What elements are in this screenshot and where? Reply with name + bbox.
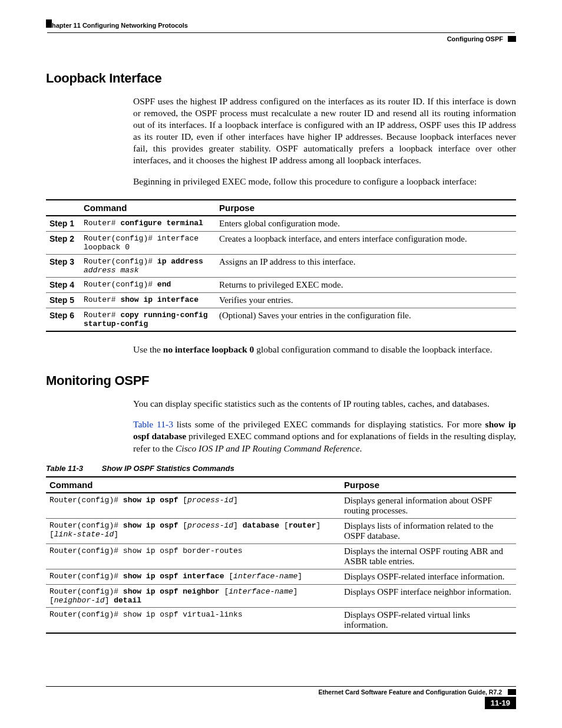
th-purpose: Purpose — [216, 200, 516, 216]
purpose-cell: Enters global configuration mode. — [216, 216, 516, 232]
cmd-cell: Router(config)# show ip ospf interface [… — [46, 569, 340, 584]
cmd-cell: Router(config)# end — [80, 277, 216, 292]
table-row: Step 5 Router# show ip interface Verifie… — [46, 292, 516, 308]
purpose-cell: Returns to privileged EXEC mode. — [216, 277, 516, 292]
decoration-footer-bar — [508, 689, 516, 695]
purpose-cell: Displays the internal OSPF routing ABR a… — [340, 543, 516, 569]
header-right-row: Configuring OSPF — [447, 35, 516, 42]
purpose-cell: (Optional) Saves your entries in the con… — [216, 308, 516, 331]
step-label: Step 1 — [46, 216, 80, 232]
caption-title: Show IP OSPF Statistics Commands — [102, 464, 234, 473]
caption-number: Table 11-3 — [46, 464, 100, 473]
paragraph: You can display specific statistics such… — [133, 398, 516, 410]
loopback-steps-table: Command Purpose Step 1 Router# configure… — [46, 199, 516, 332]
purpose-cell: Displays lists of information related to… — [340, 518, 516, 543]
cmd-cell: Router# copy running-config startup-conf… — [80, 308, 216, 331]
paragraph: Beginning in privileged EXEC mode, follo… — [133, 176, 516, 187]
table-row: Router(config)# show ip ospf interface [… — [46, 569, 516, 584]
step-label: Step 4 — [46, 277, 80, 292]
step-label: Step 2 — [46, 231, 80, 254]
table-row: Router(config)# show ip ospf neighbor [i… — [46, 584, 516, 607]
th-command: Command — [46, 477, 340, 493]
purpose-cell: Displays general information about OSPF … — [340, 493, 516, 519]
cmd-cell: Router# configure terminal — [80, 216, 216, 232]
purpose-cell: Displays OSPF-related interface informat… — [340, 569, 516, 584]
cmd-cell: Router# show ip interface — [80, 292, 216, 308]
purpose-cell: Displays OSPF-related virtual links info… — [340, 607, 516, 633]
table-row: Router(config)# show ip ospf [process-id… — [46, 518, 516, 543]
th-purpose: Purpose — [340, 477, 516, 493]
paragraph: Table 11-3 lists some of the privileged … — [133, 419, 516, 454]
cmd-cell: Router(config)# show ip ospf border-rout… — [46, 543, 340, 569]
step-label: Step 3 — [46, 254, 80, 277]
table-row: Step 1 Router# configure terminal Enters… — [46, 216, 516, 232]
purpose-cell: Assigns an IP address to this interface. — [216, 254, 516, 277]
table-caption: Table 11-3 Show IP OSPF Statistics Comma… — [46, 464, 516, 473]
th-blank — [46, 200, 80, 216]
th-command: Command — [80, 200, 216, 216]
cmd-cell: Router(config)# show ip ospf virtual-lin… — [46, 607, 340, 633]
cmd-cell: Router(config)# show ip ospf [process-id… — [46, 493, 340, 519]
paragraph: OSPF uses the highest IP address configu… — [133, 95, 516, 167]
page-footer: Ethernet Card Software Feature and Confi… — [46, 686, 516, 709]
step-label: Step 5 — [46, 292, 80, 308]
table-row: Router(config)# show ip ospf [process-id… — [46, 493, 516, 519]
page-content: Loopback Interface OSPF uses the highest… — [46, 71, 516, 634]
purpose-cell: Verifies your entries. — [216, 292, 516, 308]
header-chapter: Chapter 11 Configuring Networking Protoc… — [47, 22, 188, 29]
table-row: Step 4 Router(config)# end Returns to pr… — [46, 277, 516, 292]
ospf-stats-table: Command Purpose Router(config)# show ip … — [46, 476, 516, 634]
cmd-cell: Router(config)# interface loopback 0 — [80, 231, 216, 254]
purpose-cell: Displays OSPF interface neighbor informa… — [340, 584, 516, 607]
table-row: Step 3 Router(config)# ip address addres… — [46, 254, 516, 277]
footer-guide-title: Ethernet Card Software Feature and Confi… — [318, 689, 502, 696]
cmd-cell: Router(config)# ip address address mask — [80, 254, 216, 277]
header-section: Configuring OSPF — [447, 35, 503, 42]
table-row: Step 6 Router# copy running-config start… — [46, 308, 516, 331]
table-ref-link[interactable]: Table 11-3 — [133, 419, 173, 429]
heading-monitoring-ospf: Monitoring OSPF — [46, 373, 516, 388]
page-header: Chapter 11 Configuring Networking Protoc… — [47, 19, 515, 33]
page-number-badge: 11-19 — [485, 697, 516, 709]
purpose-cell: Creates a loopback interface, and enters… — [216, 231, 516, 254]
step-label: Step 6 — [46, 308, 80, 331]
table-row: Router(config)# show ip ospf border-rout… — [46, 543, 516, 569]
paragraph: Use the no interface loopback 0 global c… — [133, 344, 516, 355]
table-row: Step 2 Router(config)# interface loopbac… — [46, 231, 516, 254]
heading-loopback-interface: Loopback Interface — [46, 71, 516, 86]
cmd-cell: Router(config)# show ip ospf neighbor [i… — [46, 584, 340, 607]
cmd-cell: Router(config)# show ip ospf [process-id… — [46, 518, 340, 543]
decoration-right-bar — [508, 36, 516, 42]
table-row: Router(config)# show ip ospf virtual-lin… — [46, 607, 516, 633]
